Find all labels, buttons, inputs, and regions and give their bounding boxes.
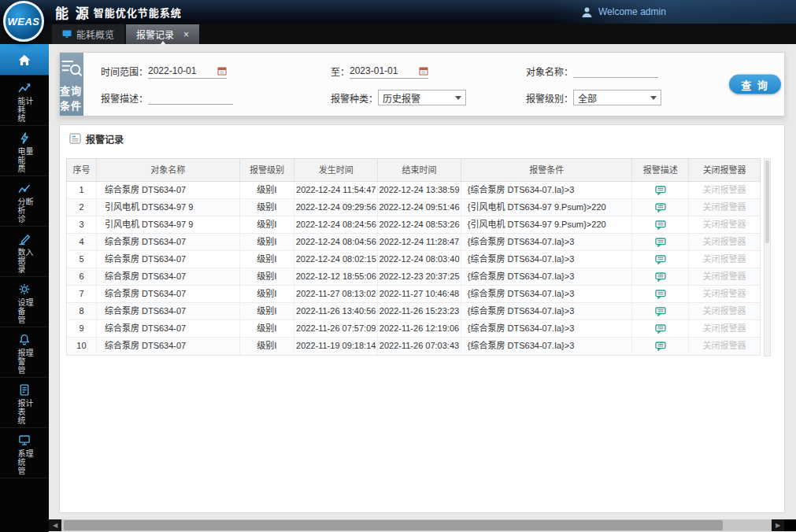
to-label: 至： [331, 65, 350, 78]
cell-condition: {引风电机 DTS634-97 9.Psum}>220 [461, 216, 633, 233]
alarm-type-select[interactable]: 历史报警 [378, 90, 466, 105]
cell-level: 级别Ⅰ [240, 338, 295, 355]
app-title: 能 源 智能优化节能系统 [55, 0, 182, 24]
alarm-type-value: 历史报警 [383, 91, 420, 105]
sidebar-item-system-mgmt[interactable]: 系统管理 [0, 428, 49, 478]
sidebar-item-label: 报表统计 [17, 399, 32, 427]
date-to-field[interactable] [350, 64, 428, 79]
close-alarm-action[interactable]: 关闭报警器 [689, 251, 760, 268]
message-icon [655, 272, 666, 282]
cell-start: 2022-11-19 09:18:14 [294, 338, 378, 355]
sidebar-item-report-stats[interactable]: 报表统计 [0, 378, 49, 428]
gear-icon [17, 283, 31, 296]
lightning-icon [17, 131, 31, 145]
close-alarm-action[interactable]: 关闭报警器 [689, 199, 760, 216]
close-alarm-action[interactable]: 关闭报警器 [689, 182, 760, 198]
records-table-header: 序号 对象名称 报警级别 发生时间 结束时间 报警条件 报警描述 关闭报警器 [66, 158, 761, 182]
horizontal-scrollbar[interactable]: ◀ ▶ [49, 519, 796, 531]
alarm-desc-button[interactable] [632, 234, 689, 250]
cell-start: 2022-11-26 07:57:09 [294, 320, 378, 337]
sidebar-item-alarm-mgmt[interactable]: 报警管理 [0, 327, 49, 378]
alarm-desc-button[interactable] [632, 251, 689, 268]
welcome-text: Welcome admin [598, 6, 666, 17]
sidebar-item-power-quality[interactable]: 电能质量 [0, 126, 49, 176]
cell-end: 2022-12-24 08:53:26 [378, 216, 461, 233]
object-name-input[interactable] [573, 64, 658, 78]
cell-object: 综合泵房 DTS634-07 [97, 182, 240, 198]
cell-object: 综合泵房 DTS634-07 [97, 303, 240, 320]
system-monitor-icon [17, 434, 31, 447]
cell-level: 级别Ⅰ [240, 320, 295, 337]
cell-object: 综合泵房 DTS634-07 [97, 320, 240, 337]
cell-condition: {综合泵房 DTS634-07.Ia}>3 [461, 338, 633, 355]
close-alarm-action[interactable]: 关闭报警器 [689, 320, 760, 337]
table-scrollbar-thumb[interactable] [765, 161, 769, 243]
records-section-header: 报警记录 [60, 125, 784, 152]
alarm-desc-button[interactable] [632, 199, 689, 216]
scroll-right-button[interactable]: ▶ [772, 519, 784, 531]
scroll-left-button[interactable]: ◀ [49, 519, 61, 531]
close-alarm-action[interactable]: 关闭报警器 [689, 338, 760, 355]
calendar-icon[interactable] [217, 66, 227, 76]
alarm-type-label: 报警种类： [331, 91, 378, 105]
close-alarm-action[interactable]: 关闭报警器 [689, 234, 760, 250]
date-from-field[interactable] [148, 64, 227, 79]
sidebar-item-energy-stats[interactable]: 能耗统计 [0, 76, 49, 126]
cell-start: 2022-12-24 11:54:47 [294, 182, 378, 198]
cell-object: 引风电机 DTS634-97 9 [97, 199, 240, 216]
close-alarm-action[interactable]: 关闭报警器 [689, 303, 760, 320]
alarm-desc-button[interactable] [632, 303, 689, 320]
message-icon [655, 307, 666, 316]
alarm-desc-button[interactable] [632, 286, 689, 302]
welcome-user[interactable]: Welcome admin [581, 0, 666, 24]
alarm-desc-button[interactable] [632, 320, 689, 337]
table-row: 3 引风电机 DTS634-97 9 级别Ⅰ 2022-12-24 08:24:… [67, 216, 760, 234]
cell-start: 2022-11-27 08:13:02 [294, 286, 378, 302]
query-form-row-2: 报警描述： 报警种类： 历史报警 报警级别： 全部 [101, 89, 709, 106]
cell-level: 级别Ⅰ [240, 216, 295, 233]
alarm-desc-button[interactable] [632, 338, 689, 355]
tab-energy-overview[interactable]: 能耗概览 [52, 24, 124, 44]
tab-close-icon[interactable]: × [183, 30, 189, 39]
close-alarm-action[interactable]: 关闭报警器 [689, 216, 760, 233]
date-to-input[interactable] [350, 65, 419, 76]
cell-end: 2022-12-24 08:03:40 [378, 251, 461, 268]
top-bar: 能 源 智能优化节能系统 Welcome admin [0, 0, 796, 24]
tab-alarm-records[interactable]: 报警记录 × [126, 24, 199, 44]
search-button[interactable]: 查 询 [729, 75, 781, 94]
close-alarm-action[interactable]: 关闭报警器 [689, 286, 760, 302]
cell-no: 5 [67, 251, 97, 268]
cell-level: 级别Ⅰ [240, 268, 295, 285]
date-from-input[interactable] [148, 65, 217, 76]
alarm-level-group: 报警级别： 全部 [526, 90, 709, 105]
sidebar-item-analysis[interactable]: 分析诊断 [0, 176, 49, 227]
cell-end: 2022-11-26 12:19:06 [378, 320, 461, 337]
chevron-down-icon [455, 96, 461, 100]
alarm-desc-input[interactable] [148, 91, 233, 105]
calendar-icon[interactable] [419, 66, 428, 76]
alarm-level-value: 全部 [578, 91, 597, 105]
scrollbar-track[interactable] [61, 519, 772, 531]
scrollbar-thumb[interactable] [64, 520, 723, 530]
sidebar-item-device-mgmt[interactable]: 设备管理 [0, 277, 49, 327]
alarm-desc-button[interactable] [632, 216, 689, 233]
cell-no: 7 [67, 286, 97, 302]
sidebar: 能耗统计 电能质量 分析诊断 数据录入 设备管理 报警管理 报表 [0, 44, 49, 532]
alarm-level-select[interactable]: 全部 [573, 90, 661, 105]
alarm-desc-button[interactable] [632, 182, 689, 198]
cell-start: 2022-12-24 08:04:56 [294, 234, 378, 250]
home-icon [17, 53, 32, 67]
cell-level: 级别Ⅰ [240, 234, 295, 250]
message-icon [655, 324, 666, 334]
cell-level: 级别Ⅰ [240, 303, 295, 320]
sidebar-item-home[interactable] [0, 44, 49, 76]
close-alarm-action[interactable]: 关闭报警器 [689, 268, 760, 285]
table-vertical-scrollbar[interactable] [764, 158, 771, 357]
sidebar-item-label: 设备管理 [17, 298, 32, 327]
alarm-desc-button[interactable] [632, 268, 689, 285]
cell-no: 3 [67, 216, 97, 233]
sidebar-item-data-entry[interactable]: 数据录入 [0, 227, 49, 277]
table-row: 1 综合泵房 DTS634-07 级别Ⅰ 2022-12-24 11:54:47… [67, 182, 760, 199]
cell-level: 级别Ⅰ [240, 286, 295, 302]
table-row: 5 综合泵房 DTS634-07 级别Ⅰ 2022-12-24 08:02:15… [67, 251, 760, 268]
